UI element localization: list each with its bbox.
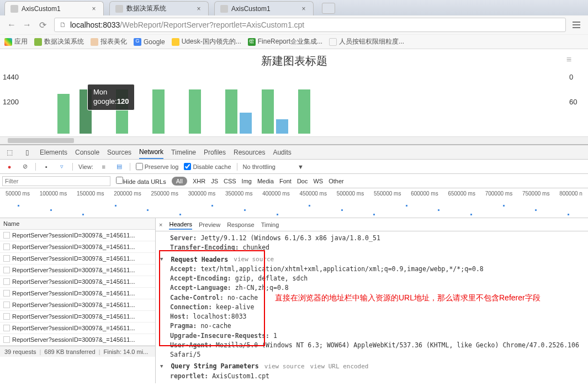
request-row[interactable]: ReportServer?sessionID=30097&_=145611...: [0, 253, 155, 265]
file-icon: [3, 313, 10, 320]
filter-ws[interactable]: WS: [313, 178, 323, 184]
detail-tabs: × Headers Preview Response Timing: [156, 218, 588, 231]
section-header[interactable]: Query String Parameters view source view…: [160, 362, 584, 371]
bookmark-item[interactable]: 馆FineReport企业集成...: [248, 37, 322, 46]
address-bar[interactable]: 🗋 localhost:8033/WebReport/ReportServer?…: [54, 18, 566, 32]
new-tab-button[interactable]: [322, 3, 335, 14]
inspect-icon[interactable]: ⬚: [4, 147, 14, 157]
browser-tab-2[interactable]: 数据决策系统 ×: [109, 1, 209, 15]
request-row[interactable]: ReportServer?sessionID=30097&_=145611...: [0, 334, 155, 346]
chart-bar[interactable]: [262, 89, 274, 134]
filter-css[interactable]: CSS: [224, 178, 236, 184]
hide-data-urls-checkbox[interactable]: Hide data URLs: [116, 177, 166, 185]
record-icon[interactable]: ●: [4, 162, 14, 172]
chart-bar[interactable]: [240, 113, 252, 134]
header-item: Accept: text/html,application/xhtml+xml,…: [160, 265, 584, 274]
filter-icon[interactable]: ▿: [57, 162, 67, 172]
header-item: User-Agent: Mozilla/5.0 (Windows NT 6.3;…: [160, 341, 584, 360]
filter-img[interactable]: Img: [242, 178, 252, 184]
chart[interactable]: 1440 1200 0 60 Mon google:120: [22, 73, 566, 134]
filter-xhr[interactable]: XHR: [193, 178, 205, 184]
tab-network[interactable]: Network: [139, 148, 163, 159]
detail-tab-preview[interactable]: Preview: [199, 221, 220, 228]
filter-font[interactable]: Font: [279, 178, 292, 184]
network-timeline[interactable]: 50000 ms100000 ms150000 ms200000 ms25000…: [0, 188, 588, 218]
filter-js[interactable]: JS: [211, 178, 218, 184]
detail-body[interactable]: Server: Jetty/9.1.12 (Windows 6.1/6.3 x8…: [156, 231, 588, 383]
page-content: 新建图表标题 ≡ 1440 1200 0 60 Mon google:120: [0, 49, 588, 136]
chart-bar[interactable]: [298, 89, 310, 134]
horizontal-scrollbar[interactable]: [0, 136, 588, 144]
bookmark-item[interactable]: GGoogle: [134, 38, 165, 46]
request-name: ReportServer?sessionID=30097&_=145611...: [12, 255, 135, 262]
bookmark-item[interactable]: 报表美化: [91, 37, 127, 46]
chart-tooltip: Mon google:120: [87, 84, 135, 110]
request-row[interactable]: ReportServer?sessionID=30097&_=145611...: [0, 311, 155, 322]
detail-tab-response[interactable]: Response: [227, 221, 255, 228]
detail-tab-headers[interactable]: Headers: [169, 221, 192, 230]
file-icon: [3, 302, 10, 308]
request-row[interactable]: ReportServer?sessionID=30097&_=145611...: [0, 276, 155, 288]
status-bar: 39 requests| 689 KB transferred| Finish:…: [0, 346, 155, 357]
throttling-select[interactable]: No throttling: [243, 163, 276, 170]
filter-other[interactable]: Other: [329, 178, 344, 184]
tab-audits[interactable]: Audits: [273, 149, 291, 156]
tab-sources[interactable]: Sources: [107, 149, 131, 156]
bookmark-item[interactable]: Udesk-国内领先的...: [172, 37, 241, 46]
tab-elements[interactable]: Elements: [40, 149, 67, 156]
reqlist-header[interactable]: Name: [0, 218, 155, 230]
timeline-tick: 100000 ms: [40, 191, 67, 197]
tab-profiles[interactable]: Profiles: [204, 149, 226, 156]
filter-media[interactable]: Media: [257, 178, 274, 184]
view-large-icon[interactable]: ▤: [114, 162, 124, 172]
back-button[interactable]: ←: [4, 18, 19, 32]
bookmark-item[interactable]: 数据决策系统: [34, 37, 84, 46]
menu-icon[interactable]: [569, 22, 584, 28]
detail-close[interactable]: ×: [159, 221, 162, 228]
chart-bar[interactable]: [152, 89, 165, 134]
chart-bar[interactable]: [189, 89, 201, 134]
filter-doc[interactable]: Doc: [297, 178, 308, 184]
close-icon[interactable]: ×: [90, 5, 98, 13]
device-icon[interactable]: ▯: [22, 147, 32, 157]
request-row[interactable]: ReportServer?sessionID=30097&_=145611...: [0, 265, 155, 276]
chart-bar[interactable]: [225, 89, 237, 134]
timeline-tick: 150000 ms: [77, 191, 104, 197]
close-icon[interactable]: ×: [195, 5, 203, 13]
request-row[interactable]: ReportServer?sessionID=30097&_=145611...: [0, 241, 155, 253]
chart-title: 新建图表标题: [0, 49, 588, 68]
network-toolbar: ● ⊘ ▪ ▿ View: ≡ ▤ Preserve log Disable c…: [0, 160, 588, 174]
camera-icon[interactable]: ▪: [41, 162, 51, 172]
filter-input[interactable]: [2, 176, 110, 186]
browser-tab-3[interactable]: AxisCustom1 ×: [214, 1, 314, 15]
page-icon: [115, 5, 123, 13]
filter-all[interactable]: All: [172, 177, 187, 186]
forward-button[interactable]: →: [20, 18, 34, 32]
chart-bar[interactable]: [57, 94, 70, 134]
apps-button[interactable]: 应用: [4, 37, 28, 46]
clear-icon[interactable]: ⊘: [20, 162, 30, 172]
tab-title: 数据决策系统: [126, 4, 195, 13]
request-row[interactable]: ReportServer?sessionID=30097&_=145611...: [0, 288, 155, 299]
header-item: Host: localhost:8033: [160, 312, 584, 321]
tab-console[interactable]: Console: [75, 149, 99, 156]
preserve-log-checkbox[interactable]: Preserve log: [136, 163, 179, 170]
close-icon[interactable]: ×: [300, 5, 308, 13]
request-row[interactable]: ReportServer?sessionID=30097&_=145611...: [0, 299, 155, 311]
tab-timeline[interactable]: Timeline: [171, 149, 196, 156]
disable-cache-checkbox[interactable]: Disable cache: [184, 163, 231, 170]
tab-resources[interactable]: Resources: [234, 149, 265, 156]
bookmark-item[interactable]: 人员按钮权限细粒度...: [329, 37, 404, 46]
view-list-icon[interactable]: ≡: [99, 162, 109, 172]
request-row[interactable]: ReportServer?sessionID=30097&_=145611...: [0, 230, 155, 241]
tab-title: AxisCustom1: [231, 5, 300, 13]
reload-button[interactable]: ⟳: [35, 18, 50, 32]
detail-tab-timing[interactable]: Timing: [261, 221, 279, 228]
request-name: ReportServer?sessionID=30097&_=145611...: [12, 302, 135, 308]
browser-tab-1[interactable]: AxisCustom1 ×: [4, 1, 104, 15]
request-row[interactable]: ReportServer?sessionID=30097&_=145611...: [0, 322, 155, 334]
section-header[interactable]: Request Headers view source: [160, 255, 584, 265]
chart-menu-icon[interactable]: ≡: [566, 55, 571, 65]
chart-bar[interactable]: [276, 119, 288, 134]
scrollbar-thumb[interactable]: [8, 138, 74, 143]
